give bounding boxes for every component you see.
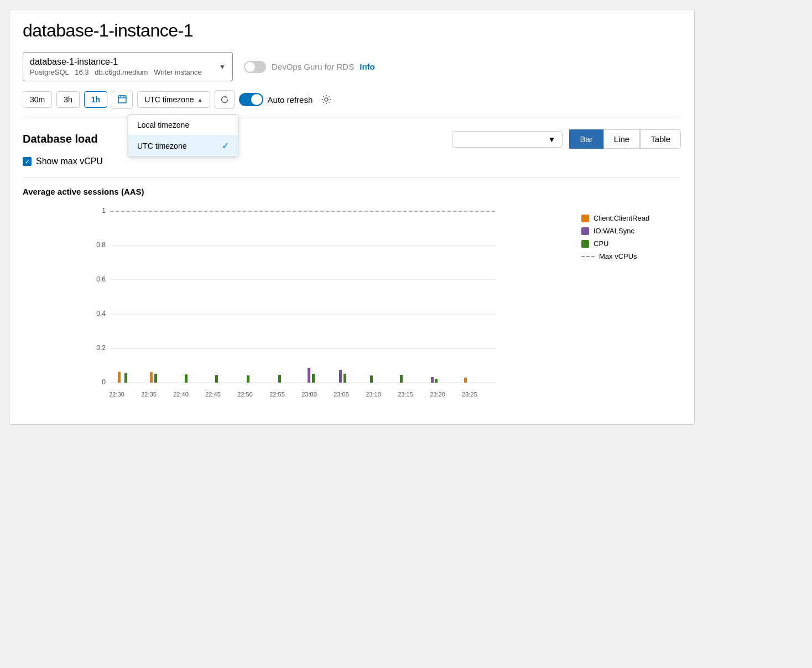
svg-rect-30 xyxy=(370,375,373,383)
database-load-section: Database load ▼ Bar Line Table ✓ Show ma… xyxy=(23,129,681,413)
timezone-label: UTC timezone xyxy=(144,95,194,104)
svg-text:22:45: 22:45 xyxy=(205,391,221,398)
chart-legend: Client:ClientRead IO:WALSync CPU Max vCP… xyxy=(581,203,681,413)
devops-guru-toggle[interactable] xyxy=(244,61,266,73)
svg-text:22:30: 22:30 xyxy=(109,391,124,398)
svg-rect-28 xyxy=(339,370,342,383)
auto-refresh-toggle[interactable] xyxy=(239,93,263,106)
time-1h-button[interactable]: 1h xyxy=(84,91,107,108)
instance-dropdown-content: database-1-instance-1 PostgreSQL 16.3 db… xyxy=(30,57,202,76)
table-view-button[interactable]: Table xyxy=(640,129,681,149)
svg-text:23:10: 23:10 xyxy=(366,391,381,398)
svg-text:23:25: 23:25 xyxy=(462,391,477,398)
chevron-down-icon: ▼ xyxy=(219,63,226,71)
refresh-icon xyxy=(220,95,229,104)
svg-text:23:20: 23:20 xyxy=(430,391,445,398)
svg-text:22:50: 22:50 xyxy=(237,391,253,398)
auto-refresh-label: Auto refresh xyxy=(268,95,313,105)
time-30m-button[interactable]: 30m xyxy=(23,91,52,108)
devops-guru-label: DevOps Guru for RDS xyxy=(272,62,354,71)
svg-text:23:15: 23:15 xyxy=(398,391,413,398)
refresh-button[interactable] xyxy=(215,90,235,109)
section-title: Database load xyxy=(23,133,98,145)
svg-text:22:55: 22:55 xyxy=(269,391,285,398)
svg-text:23:05: 23:05 xyxy=(334,391,349,398)
svg-rect-27 xyxy=(312,374,315,383)
svg-text:0: 0 xyxy=(102,378,106,386)
svg-text:0.2: 0.2 xyxy=(96,344,106,352)
timezone-menu: Local timezone UTC timezone ✓ xyxy=(128,114,238,157)
instance-dropdown[interactable]: database-1-instance-1 PostgreSQL 16.3 db… xyxy=(23,52,233,81)
svg-rect-34 xyxy=(464,378,467,383)
chart-wrapper: 1 0.8 0.6 0.4 0.2 0 xyxy=(23,203,681,413)
svg-rect-18 xyxy=(118,372,121,383)
legend-cpu: CPU xyxy=(581,239,681,248)
timezone-utc-option[interactable]: UTC timezone ✓ xyxy=(128,135,238,156)
svg-rect-32 xyxy=(431,377,434,383)
svg-rect-29 xyxy=(343,374,346,383)
legend-dashed-maxvcpu xyxy=(581,256,595,257)
time-3h-button[interactable]: 3h xyxy=(56,91,80,108)
chart-svg: 1 0.8 0.6 0.4 0.2 0 xyxy=(23,203,570,413)
info-link[interactable]: Info xyxy=(360,62,375,71)
page-container: database-1-instance-1 database-1-instanc… xyxy=(9,9,695,425)
svg-text:22:40: 22:40 xyxy=(173,391,189,398)
svg-rect-21 xyxy=(154,374,157,383)
svg-text:0.8: 0.8 xyxy=(96,241,106,249)
section-controls: ▼ Bar Line Table xyxy=(452,129,681,149)
svg-point-4 xyxy=(325,98,328,101)
svg-text:0.6: 0.6 xyxy=(96,275,106,283)
svg-text:1: 1 xyxy=(102,207,106,215)
calendar-icon xyxy=(118,95,127,103)
svg-rect-33 xyxy=(435,379,438,383)
timezone-local-option[interactable]: Local timezone xyxy=(128,115,238,135)
svg-rect-26 xyxy=(308,368,310,383)
instance-selector-row: database-1-instance-1 PostgreSQL 16.3 db… xyxy=(23,52,681,81)
bar-view-button[interactable]: Bar xyxy=(569,129,603,149)
instance-meta: PostgreSQL 16.3 db.c6gd.medium Writer in… xyxy=(30,68,202,76)
svg-rect-19 xyxy=(124,373,127,383)
legend-label-cpu: CPU xyxy=(594,239,608,248)
svg-rect-20 xyxy=(150,372,153,383)
show-max-vcpu-label: Show max vCPU xyxy=(36,156,103,166)
chevron-up-icon: ▲ xyxy=(197,97,203,103)
devops-guru-row: DevOps Guru for RDS Info xyxy=(244,61,375,73)
page-title: database-1-instance-1 xyxy=(23,20,681,41)
check-icon: ✓ xyxy=(222,140,229,151)
legend-max-vcpus: Max vCPUs xyxy=(581,252,681,260)
svg-rect-24 xyxy=(247,375,249,383)
svg-rect-23 xyxy=(215,375,218,383)
chart-container: Average active sessions (AAS) 1 0.8 0.6 … xyxy=(23,187,681,413)
gear-icon xyxy=(321,95,331,105)
svg-text:23:00: 23:00 xyxy=(301,391,317,398)
svg-rect-22 xyxy=(185,374,188,383)
svg-text:0.4: 0.4 xyxy=(96,310,106,317)
filter-dropdown[interactable]: ▼ xyxy=(452,131,563,148)
legend-color-clientread xyxy=(581,215,589,222)
section-header: Database load ▼ Bar Line Table xyxy=(23,129,681,149)
section-divider xyxy=(23,178,681,178)
show-max-vcpu-checkbox[interactable]: ✓ xyxy=(23,157,32,166)
svg-rect-25 xyxy=(278,375,281,383)
instance-name: database-1-instance-1 xyxy=(30,57,202,67)
legend-label-clientread: Client:ClientRead xyxy=(594,214,649,222)
chart-area: 1 0.8 0.6 0.4 0.2 0 xyxy=(23,203,570,413)
filter-arrow-icon: ▼ xyxy=(548,135,556,144)
toolbar-row: 30m 3h 1h UTC timezone ▲ Auto refresh xyxy=(23,90,681,118)
legend-color-cpu xyxy=(581,240,589,248)
svg-rect-31 xyxy=(400,375,403,383)
legend-io-walsync: IO:WALSync xyxy=(581,227,681,235)
svg-rect-0 xyxy=(118,96,126,103)
calendar-icon-button[interactable] xyxy=(112,91,133,109)
legend-client-clientread: Client:ClientRead xyxy=(581,214,681,222)
legend-label-walsync: IO:WALSync xyxy=(594,227,634,235)
svg-text:22:35: 22:35 xyxy=(141,391,157,398)
legend-label-maxvcpu: Max vCPUs xyxy=(599,252,637,260)
show-max-vcpu-row: ✓ Show max vCPU xyxy=(23,156,681,166)
settings-button[interactable] xyxy=(317,90,336,109)
timezone-dropdown[interactable]: UTC timezone ▲ xyxy=(137,91,210,108)
line-view-button[interactable]: Line xyxy=(603,129,640,149)
legend-color-walsync xyxy=(581,227,589,235)
chart-title: Average active sessions (AAS) xyxy=(23,187,681,196)
